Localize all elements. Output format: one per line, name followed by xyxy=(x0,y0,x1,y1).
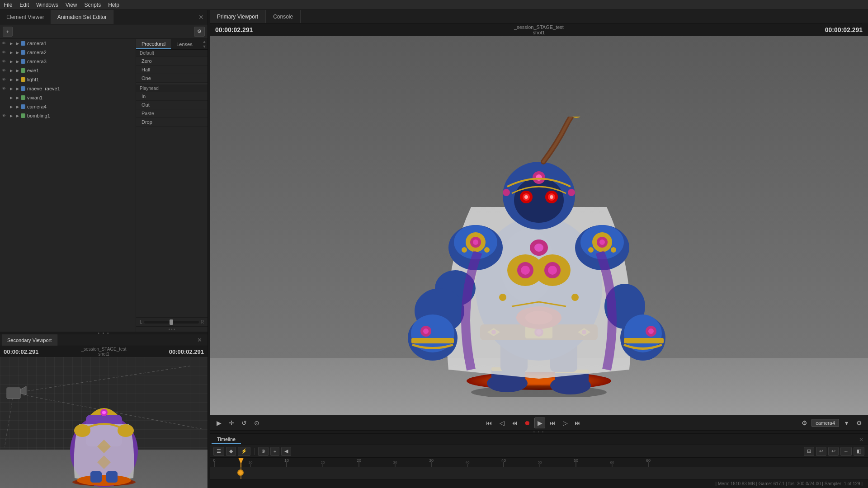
subpanel-item-drop[interactable]: Drop xyxy=(136,118,208,127)
eye-icon-bombling1[interactable]: 👁 xyxy=(2,113,8,118)
subpanel-scroll-up[interactable]: ▲ xyxy=(201,39,208,44)
expand-icon2-camera3[interactable]: ▶ xyxy=(14,58,21,65)
play-btn-move[interactable]: ▶ xyxy=(213,418,224,428)
expand-icon-evie1[interactable]: ▶ xyxy=(8,67,14,74)
subpanel-item-half[interactable]: Half xyxy=(136,66,208,74)
menu-help[interactable]: Help xyxy=(108,2,119,8)
menu-scripts[interactable]: Scripts xyxy=(85,2,101,8)
expand-icon-camera4[interactable]: ▶ xyxy=(8,103,14,110)
tree-item-camera4[interactable]: ▶ ▶ camera4 xyxy=(0,102,136,111)
expand-icon2-evie1[interactable]: ▶ xyxy=(14,67,21,74)
tl-btn-fit[interactable]: ⊞ xyxy=(804,447,814,456)
tab-animation-set-editor[interactable]: Animation Set Editor xyxy=(51,10,113,24)
subpanel-item-zero[interactable]: Zero xyxy=(136,57,208,66)
svg-point-47 xyxy=(484,247,490,253)
btn-go-next-key[interactable]: ⏭ xyxy=(547,418,558,428)
tab-element-viewer[interactable]: Element Viewer xyxy=(0,10,51,24)
timeline-tab-timeline[interactable]: Timeline xyxy=(212,436,241,444)
tree-item-maeve-raeve1[interactable]: 👁 ▶ ▶ maeve_raeve1 xyxy=(0,84,136,93)
eye-icon-camera2[interactable]: 👁 xyxy=(2,50,8,55)
expand-icon2-vivian1[interactable]: ▶ xyxy=(14,94,21,101)
menu-edit[interactable]: Edit xyxy=(19,2,29,8)
eye-icon-evie1[interactable]: 👁 xyxy=(2,68,8,73)
svg-point-83 xyxy=(571,294,579,301)
tl-btn-keys[interactable]: ◆ xyxy=(226,447,236,456)
btn-play[interactable]: ▶ xyxy=(534,418,545,428)
camera-dropdown-arrow[interactable]: ▾ xyxy=(841,418,852,428)
tl-btn-expand[interactable]: ↔ xyxy=(840,447,852,456)
tab-console[interactable]: Console xyxy=(266,10,301,23)
settings-button[interactable]: ⚙ xyxy=(194,27,205,37)
svg-point-9 xyxy=(102,411,106,414)
expand-icon-camera3[interactable]: ▶ xyxy=(8,58,14,65)
playback-settings-btn[interactable]: ⚙ xyxy=(799,418,810,428)
tab-primary-viewport[interactable]: Primary Viewport xyxy=(210,10,266,23)
subpanel-tab-lenses[interactable]: Lenses xyxy=(171,39,198,49)
expand-icon2-camera2[interactable]: ▶ xyxy=(14,49,21,56)
eye-icon-light1[interactable]: 👁 xyxy=(2,77,8,82)
btn-record[interactable]: ⏺ xyxy=(522,418,533,428)
subpanel-item-in[interactable]: In xyxy=(136,92,208,101)
expand-icon-bombling1[interactable]: ▶ xyxy=(8,113,14,119)
btn-go-start[interactable]: ⏮ xyxy=(484,418,495,428)
tree-item-vivian1[interactable]: ▶ ▶ vivian1 xyxy=(0,93,136,102)
expand-icon-vivian1[interactable]: ▶ xyxy=(8,94,14,101)
expand-icon-camera2[interactable]: ▶ xyxy=(8,49,14,56)
tl-btn-loop[interactable]: ↩ xyxy=(816,447,826,456)
slider-thumb[interactable] xyxy=(170,319,173,325)
tree-item-camera2[interactable]: 👁 ▶ ▶ camera2 xyxy=(0,48,136,57)
tl-btn-prev-key[interactable]: ◀ xyxy=(281,447,291,456)
add-button[interactable]: + xyxy=(3,27,13,37)
camera-dropdown[interactable]: camera4 xyxy=(811,419,839,427)
eye-icon-maeve[interactable]: 👁 xyxy=(2,86,8,91)
expand-icon-maeve[interactable]: ▶ xyxy=(8,85,14,92)
camera-settings-btn[interactable]: ⚙ xyxy=(854,418,864,428)
btn-go-prev-key[interactable]: ⏮ xyxy=(509,418,520,428)
tl-btn-key-marker[interactable]: ⊕ xyxy=(258,447,269,456)
btn-prev-frame[interactable]: ◁ xyxy=(496,418,507,428)
timeline-ruler[interactable]: 0 10 20 30 40 50 60 10 xyxy=(210,458,868,467)
timeline-content[interactable] xyxy=(210,467,868,479)
play-btn-refresh[interactable]: ↺ xyxy=(239,418,250,428)
tree-item-bombling1[interactable]: 👁 ▶ ▶ bombling1 xyxy=(0,111,136,120)
play-btn-transform[interactable]: ✛ xyxy=(226,418,237,428)
subpanel-header-default: Default xyxy=(136,50,208,57)
tree-item-light1[interactable]: 👁 ▶ ▶ light1 xyxy=(0,75,136,84)
tl-btn-frame[interactable]: ◧ xyxy=(854,447,864,456)
expand-icon2-maeve[interactable]: ▶ xyxy=(14,85,21,92)
tl-btn-layers[interactable]: ☰ xyxy=(213,447,224,456)
secondary-viewport-close[interactable]: ✕ xyxy=(193,337,206,343)
tree-label-maeve: maeve_raeve1 xyxy=(27,86,134,91)
subpanel-item-out[interactable]: Out xyxy=(136,101,208,109)
expand-icon2-bombling1[interactable]: ▶ xyxy=(14,113,21,119)
subpanel-scroll-down[interactable]: ▼ xyxy=(201,44,208,50)
svg-text:40: 40 xyxy=(466,460,470,465)
btn-go-end[interactable]: ⏭ xyxy=(572,418,583,428)
secondary-viewport-tab[interactable]: Secondary Viewport xyxy=(2,334,57,346)
timeline-close-btn[interactable]: ✕ xyxy=(856,436,866,443)
eye-icon-camera3[interactable]: 👁 xyxy=(2,59,8,64)
tl-btn-add-key[interactable]: + xyxy=(270,447,279,456)
tree-item-camera1[interactable]: 👁 ▶ ▶ camera1 xyxy=(0,39,136,48)
left-panel: Element Viewer Animation Set Editor ✕ + … xyxy=(0,10,208,488)
expand-icon-camera1[interactable]: ▶ xyxy=(8,40,14,47)
tree-item-evie1[interactable]: 👁 ▶ ▶ evie1 xyxy=(0,66,136,75)
tree-item-camera3[interactable]: 👁 ▶ ▶ camera3 xyxy=(0,57,136,66)
tl-btn-curve[interactable]: ⚡ xyxy=(238,447,250,456)
play-btn-camera-icon[interactable]: ⊙ xyxy=(251,418,262,428)
menu-file[interactable]: File xyxy=(4,2,12,8)
slider-track[interactable] xyxy=(144,321,199,324)
subpanel-item-one[interactable]: One xyxy=(136,74,208,83)
eye-icon-camera1[interactable]: 👁 xyxy=(2,41,8,46)
menu-windows[interactable]: Windows xyxy=(36,2,58,8)
subpanel-item-paste[interactable]: Paste xyxy=(136,109,208,118)
expand-icon2-light1[interactable]: ▶ xyxy=(14,76,21,83)
tl-btn-loop2[interactable]: ↩ xyxy=(828,447,839,456)
menu-view[interactable]: View xyxy=(66,2,77,8)
expand-icon-light1[interactable]: ▶ xyxy=(8,76,14,83)
expand-icon2-camera4[interactable]: ▶ xyxy=(14,103,21,110)
tab-close-btn[interactable]: ✕ xyxy=(195,12,208,23)
expand-icon2-camera1[interactable]: ▶ xyxy=(14,40,21,47)
subpanel-tab-procedural[interactable]: Procedural xyxy=(136,39,171,49)
btn-next-frame[interactable]: ▷ xyxy=(560,418,571,428)
